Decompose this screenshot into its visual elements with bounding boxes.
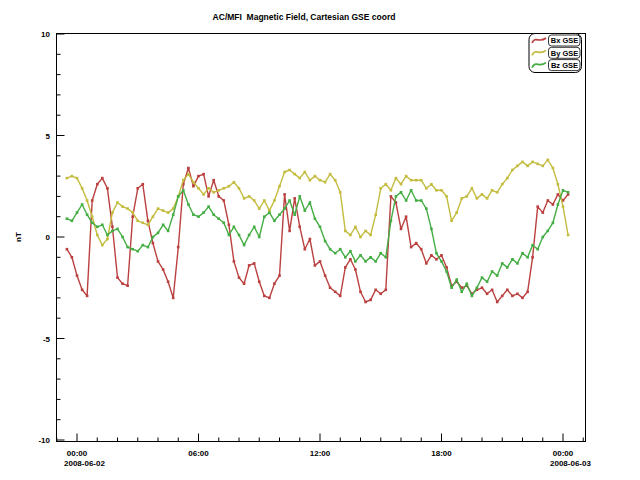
data-point-marker xyxy=(501,183,504,186)
data-point-marker xyxy=(309,201,312,204)
data-point-marker xyxy=(521,161,524,164)
data-point-marker xyxy=(126,207,129,210)
data-point-marker xyxy=(486,197,489,200)
data-point-marker xyxy=(233,181,236,184)
x-tick-label: 12:00 xyxy=(310,449,331,458)
data-point-marker xyxy=(390,220,393,223)
data-point-marker xyxy=(162,224,165,227)
data-point-marker xyxy=(157,232,160,235)
data-point-marker xyxy=(319,260,322,263)
data-point-marker xyxy=(248,195,251,198)
data-point-marker xyxy=(121,282,124,285)
data-point-marker xyxy=(177,246,180,249)
data-point-marker xyxy=(374,289,377,292)
data-point-marker xyxy=(309,238,312,241)
data-point-marker xyxy=(121,205,124,208)
data-point-marker xyxy=(567,191,570,194)
data-point-marker xyxy=(263,215,266,218)
data-point-marker xyxy=(142,244,145,247)
data-point-marker xyxy=(516,293,519,296)
data-point-marker xyxy=(349,234,352,237)
data-point-marker xyxy=(223,199,226,202)
data-point-marker xyxy=(531,244,534,247)
data-point-marker xyxy=(243,197,246,200)
data-point-marker xyxy=(187,203,190,206)
data-point-marker xyxy=(542,211,545,214)
data-point-marker xyxy=(385,256,388,259)
data-point-marker xyxy=(228,224,231,227)
data-point-marker xyxy=(202,211,205,214)
data-point-marker xyxy=(253,262,256,265)
x-date-label: 2008-06-03 xyxy=(550,459,591,468)
data-point-marker xyxy=(293,197,296,200)
data-point-marker xyxy=(369,299,372,302)
data-point-marker xyxy=(243,282,246,285)
data-point-marker xyxy=(374,260,377,263)
data-point-marker xyxy=(466,282,469,285)
data-point-marker xyxy=(471,187,474,190)
data-point-marker xyxy=(557,203,560,206)
data-point-marker xyxy=(76,177,79,180)
series-by-line xyxy=(67,160,568,245)
data-point-marker xyxy=(248,264,251,267)
y-tick-label: -10 xyxy=(38,436,50,445)
data-point-marker xyxy=(329,286,332,289)
data-point-marker xyxy=(349,258,352,261)
data-point-marker xyxy=(136,220,139,223)
series-bz-line xyxy=(67,190,568,296)
data-point-marker xyxy=(233,226,236,229)
data-point-marker xyxy=(476,197,479,200)
data-point-marker xyxy=(253,199,256,202)
data-point-marker xyxy=(116,276,119,279)
data-point-marker xyxy=(314,217,317,220)
plot-window: AC/MFI Magnetic Field, Cartesian GSE coo… xyxy=(0,0,640,480)
y-tick-label: -5 xyxy=(43,335,51,344)
data-point-marker xyxy=(192,185,195,188)
series-bx-markers xyxy=(66,167,570,304)
data-point-marker xyxy=(263,295,266,298)
data-point-marker xyxy=(152,236,155,239)
data-point-marker xyxy=(298,177,301,180)
data-point-marker xyxy=(319,226,322,229)
data-point-marker xyxy=(415,179,418,182)
data-point-marker xyxy=(202,193,205,196)
legend-label-bz: Bz GSE xyxy=(551,61,578,70)
data-point-marker xyxy=(491,289,494,292)
data-point-marker xyxy=(526,256,529,259)
data-point-marker xyxy=(430,254,433,257)
data-point-marker xyxy=(379,252,382,255)
data-point-marker xyxy=(167,230,170,233)
data-point-marker xyxy=(511,169,514,172)
data-point-marker xyxy=(238,187,241,190)
data-point-marker xyxy=(212,213,215,216)
data-point-marker xyxy=(304,248,307,251)
data-point-marker xyxy=(319,179,322,182)
data-point-marker xyxy=(531,161,534,164)
data-point-marker xyxy=(425,262,428,265)
data-point-marker xyxy=(248,234,251,237)
data-point-marker xyxy=(273,199,276,202)
data-point-marker xyxy=(400,183,403,186)
data-point-marker xyxy=(359,236,362,239)
data-point-marker xyxy=(101,244,104,247)
data-point-marker xyxy=(314,264,317,267)
data-point-marker xyxy=(567,234,570,237)
data-point-marker xyxy=(91,199,94,202)
data-point-marker xyxy=(253,226,256,229)
data-point-marker xyxy=(187,173,190,176)
data-point-marker xyxy=(339,248,342,251)
data-point-marker xyxy=(142,222,145,225)
axes: 1050-5-1000:002008-06-0206:0012:0018:000… xyxy=(38,30,591,468)
data-point-marker xyxy=(562,205,565,208)
data-point-marker xyxy=(304,209,307,212)
data-point-marker xyxy=(455,211,458,214)
data-point-marker xyxy=(354,260,357,263)
data-point-marker xyxy=(460,197,463,200)
data-point-marker xyxy=(349,250,352,253)
data-point-marker xyxy=(223,222,226,225)
data-point-marker xyxy=(116,201,119,204)
data-point-marker xyxy=(334,252,337,255)
data-point-marker xyxy=(86,199,89,202)
data-point-marker xyxy=(450,286,453,289)
data-point-marker xyxy=(405,199,408,202)
